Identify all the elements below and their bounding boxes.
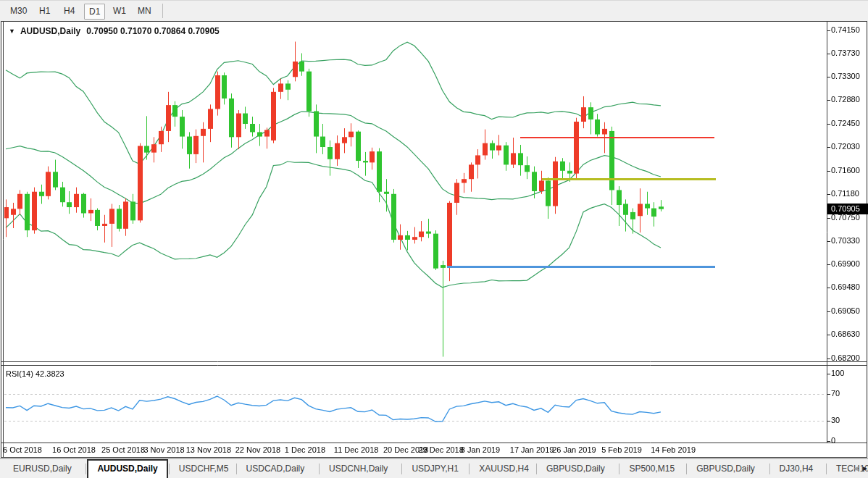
toolbar-separator xyxy=(162,4,163,18)
chart-tab-bar: EURUSD,DailyAUDUSD,DailyUSDCHF,M5USDCAD,… xyxy=(0,458,868,478)
timeframe-button-h4[interactable]: H4 xyxy=(59,4,79,18)
date-axis-label: 17 Jan 2019 xyxy=(510,445,554,454)
date-axis-label: 8 Jan 2019 xyxy=(461,445,500,454)
rsi-axis-label: 70 xyxy=(831,389,840,398)
rsi-indicator-label: RSI(14) 42.3823 xyxy=(6,369,64,378)
chart-tab-audusd-daily[interactable]: AUDUSD,Daily xyxy=(87,459,167,478)
date-axis-label: 13 Nov 2018 xyxy=(186,445,231,454)
price-axis-label: 0.69050 xyxy=(831,306,860,315)
timeframe-toolbar: M30H1H4D1W1MN xyxy=(0,0,868,21)
chart-symbol-label: AUDUSD,Daily xyxy=(20,26,80,36)
timeframe-button-d1[interactable]: D1 xyxy=(84,4,105,20)
chart-canvas[interactable] xyxy=(0,0,868,478)
price-axis-label: 0.73300 xyxy=(831,72,860,80)
chart-tab-eurusd-daily[interactable]: EURUSD,Daily xyxy=(4,460,80,478)
price-axis-label: 0.70330 xyxy=(831,236,860,245)
chevron-down-icon[interactable]: ▼ xyxy=(9,28,15,35)
tab-separator xyxy=(169,464,170,474)
tab-separator xyxy=(769,464,770,474)
chart-tab-usdjpy-h1[interactable]: USDJPY,H1 xyxy=(403,460,467,478)
chart-tab-usdcnh-daily[interactable]: USDCNH,Daily xyxy=(320,460,396,478)
scroll-right-icon[interactable]: ► xyxy=(861,464,868,472)
price-axis-label: 0.72880 xyxy=(831,95,860,104)
rsi-axis-label: 30 xyxy=(831,416,840,424)
tab-separator xyxy=(319,464,320,474)
date-axis-label: 25 Oct 2018 xyxy=(101,445,145,454)
chart-tab-sp500-m15[interactable]: SP500,M15 xyxy=(620,460,683,478)
current-price-badge: 0.70905 xyxy=(827,204,868,214)
price-axis-label: 0.69480 xyxy=(831,282,860,291)
chart-tab-xauusd-h4[interactable]: XAUUSD,H4 xyxy=(470,460,538,478)
date-axis-label: 11 Dec 2018 xyxy=(334,445,379,454)
chart-title[interactable]: ▼AUDUSD,Daily0.70950 0.71070 0.70864 0.7… xyxy=(9,26,220,36)
tab-separator xyxy=(686,464,687,474)
tab-separator xyxy=(826,464,827,474)
timeframe-button-h1[interactable]: H1 xyxy=(35,4,54,18)
tab-separator xyxy=(469,464,470,474)
date-axis-label: 1 Dec 2018 xyxy=(285,445,325,454)
price-axis-label: 0.72450 xyxy=(831,119,860,127)
price-axis-label: 0.68200 xyxy=(831,353,860,362)
rsi-axis-label: 0 xyxy=(831,436,835,445)
price-axis-label: 0.73730 xyxy=(831,49,860,57)
tab-separator xyxy=(536,464,537,474)
chart-ohlc-values: 0.70950 0.71070 0.70864 0.70905 xyxy=(86,26,220,36)
chart-tab-usdcad-daily[interactable]: USDCAD,Daily xyxy=(238,460,314,478)
price-axis-label: 0.68630 xyxy=(831,330,860,338)
price-axis-label: 0.71180 xyxy=(831,189,859,198)
price-axis-label: 0.74150 xyxy=(831,25,860,34)
timeframe-button-m30[interactable]: M30 xyxy=(6,4,31,18)
tab-separator xyxy=(401,464,402,474)
date-axis-label: 26 Jan 2019 xyxy=(552,445,596,454)
date-axis-label: 3 Nov 2018 xyxy=(143,445,184,454)
price-axis-label: 0.72030 xyxy=(831,142,860,151)
timeframe-button-mn[interactable]: MN xyxy=(133,4,156,18)
price-axis-label: 0.71600 xyxy=(831,166,860,175)
date-axis-label: 29 Dec 2018 xyxy=(418,445,463,454)
rsi-value: 42.3823 xyxy=(36,369,64,378)
date-axis-label: 14 Feb 2019 xyxy=(651,445,696,454)
tab-separator xyxy=(236,464,237,474)
date-axis-label: 16 Oct 2018 xyxy=(52,445,96,454)
timeframe-button-w1[interactable]: W1 xyxy=(109,4,130,18)
chart-tab-dj30-h4[interactable]: DJ30,H4 xyxy=(771,460,822,478)
chart-tab-gbpusd-daily[interactable]: GBPUSD,Daily xyxy=(538,460,614,478)
chart-tab-usdchf-m5[interactable]: USDCHF,M5 xyxy=(170,460,238,478)
date-axis-label: 5 Feb 2019 xyxy=(601,445,642,454)
tab-separator xyxy=(619,464,619,474)
date-axis-label: 22 Nov 2018 xyxy=(235,445,280,454)
price-axis-label: 0.69900 xyxy=(831,259,860,268)
date-axis-label: 6 Oct 2018 xyxy=(3,445,42,454)
rsi-axis-label: 100 xyxy=(831,369,844,377)
rsi-name: RSI(14) xyxy=(6,369,33,378)
application-window: M30H1H4D1W1MN ▼AUDUSD,Daily0.70950 0.710… xyxy=(0,0,868,478)
scroll-left-icon[interactable]: ◄ xyxy=(852,464,859,472)
chart-tab-gbpusd-daily[interactable]: GBPUSD,Daily xyxy=(688,460,764,478)
tab-separator xyxy=(85,464,86,474)
